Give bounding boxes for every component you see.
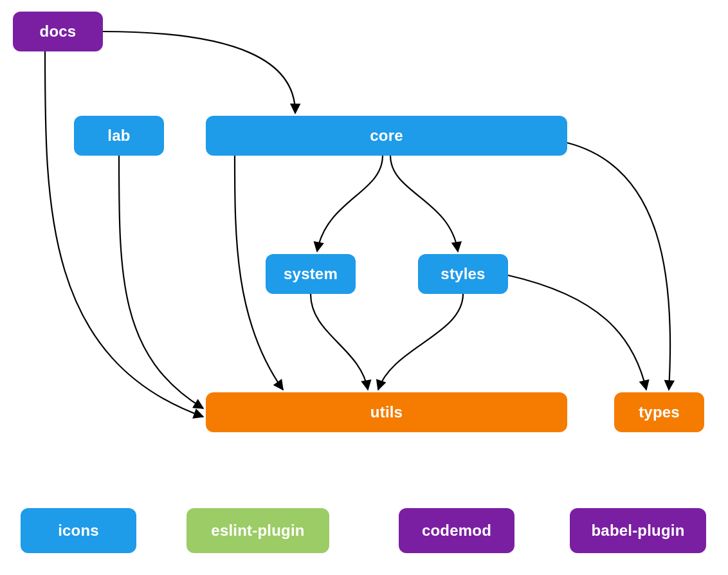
node-label: babel-plugin xyxy=(591,522,684,540)
node-label: eslint-plugin xyxy=(211,522,304,540)
edge-layer xyxy=(0,0,728,575)
node-label: styles xyxy=(441,265,485,283)
node-label: system xyxy=(284,265,338,283)
edge-core-types xyxy=(567,143,670,390)
node-docs: docs xyxy=(13,12,103,51)
node-label: codemod xyxy=(422,522,491,540)
node-label: utils xyxy=(370,403,403,421)
node-label: icons xyxy=(58,522,99,540)
node-babel-plugin: babel-plugin xyxy=(570,508,706,553)
node-label: lab xyxy=(107,127,130,145)
node-utils: utils xyxy=(206,392,567,432)
node-eslint-plugin: eslint-plugin xyxy=(187,508,329,553)
node-types: types xyxy=(614,392,704,432)
edge-docs-utils xyxy=(45,51,203,417)
edge-system-utils xyxy=(311,294,368,390)
edge-core-system xyxy=(317,156,383,251)
node-icons: icons xyxy=(21,508,136,553)
node-label: core xyxy=(370,127,403,145)
node-lab: lab xyxy=(74,116,164,156)
edge-core-styles xyxy=(390,156,458,251)
node-codemod: codemod xyxy=(399,508,514,553)
edge-docs-core xyxy=(103,32,295,113)
edge-lab-utils xyxy=(119,156,203,408)
edge-styles-types xyxy=(508,275,646,390)
edge-styles-utils xyxy=(378,294,463,390)
node-styles: styles xyxy=(418,254,508,294)
node-label: types xyxy=(639,403,680,421)
diagram-canvas: docs lab core system styles utils types … xyxy=(0,0,728,575)
node-system: system xyxy=(266,254,356,294)
node-core: core xyxy=(206,116,567,156)
node-label: docs xyxy=(40,23,77,41)
